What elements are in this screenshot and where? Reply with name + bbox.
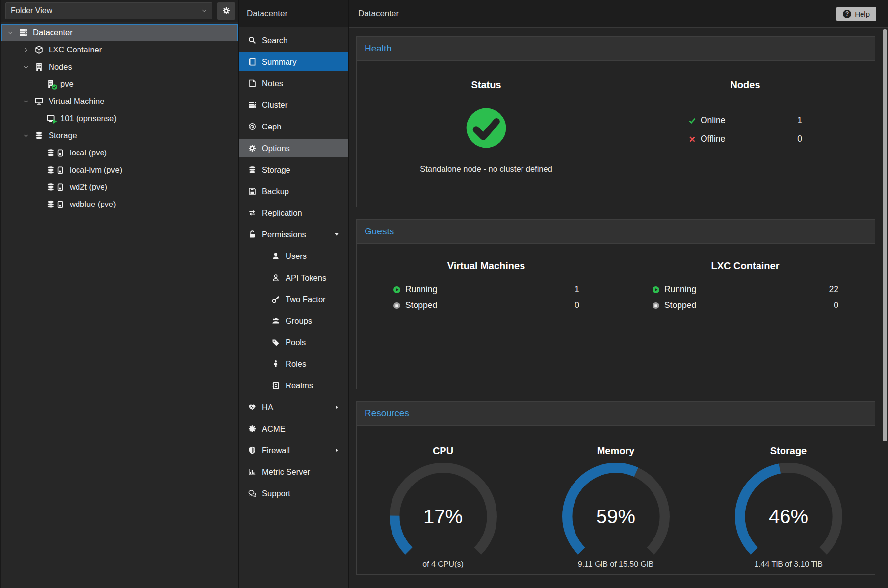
resources-panel-body: CPU 17% of 4 CPU(s) Memory [357,426,875,574]
user-icon [270,252,281,260]
lxc-stopped-value: 0 [834,300,838,310]
resources-panel-title: Resources [357,402,875,426]
stop-circle-icon [652,302,660,309]
nodes-online-row: Online 1 [688,115,802,126]
nodes-column: Nodes Online 1 Offline 0 [616,79,875,207]
menu-item-label: API Tokens [286,273,326,282]
main-content: Datacenter ? Help Health Status Standalo… [349,0,888,588]
caret-down-icon [334,231,340,237]
menu-item-label: Groups [286,316,312,326]
storage-icon [47,149,64,157]
view-mode-select[interactable]: Folder View [5,2,212,19]
offline-value: 0 [797,134,802,144]
chevron-down-icon [201,8,207,14]
menu-panel-title: Datacenter [239,0,348,27]
tree-item-vm-101[interactable]: 101 (opnsense) [1,110,238,127]
chevron-right-icon[interactable] [23,47,31,53]
storage-gauge-value: 46% [726,506,851,528]
menu-item-label: Cluster [262,101,287,110]
chevron-down-icon[interactable] [23,99,31,104]
help-button[interactable]: ? Help [836,7,876,21]
tree-settings-button[interactable] [217,2,235,20]
unlock-icon [247,230,257,238]
play-circle-icon [393,286,401,294]
resource-tree-panel: Folder View Datacenter LXC Container [0,0,239,588]
menu-item-backup[interactable]: Backup [239,182,348,201]
vertical-scrollbar[interactable] [883,29,887,586]
database-icon [47,166,55,174]
menu-item-ha[interactable]: HA [239,398,348,416]
stop-circle-icon [393,302,401,309]
menu-item-label: Realms [286,381,313,390]
menu-item-api-tokens[interactable]: API Tokens [239,268,348,287]
menu-item-metric-server[interactable]: Metric Server [239,462,348,481]
cpu-gauge-sublabel: of 4 CPU(s) [422,560,464,569]
tree-item-nodes[interactable]: Nodes [1,58,238,76]
menu-item-pools[interactable]: Pools [239,333,348,352]
memory-gauge: 59% [553,463,679,557]
cpu-gauge: 17% [381,463,506,557]
chevron-down-icon[interactable] [7,30,15,36]
menu-item-options[interactable]: Options [239,139,348,157]
user-outline-icon [270,274,281,281]
menu-item-acme[interactable]: ACME [239,419,348,438]
exchange-arrows-icon [247,209,257,217]
tree-toolbar: Folder View [1,0,238,22]
book-icon [247,58,257,66]
scrollbar-thumb[interactable] [883,29,887,441]
menu-item-summary[interactable]: Summary [239,52,348,71]
menu-item-ceph[interactable]: Ceph [239,117,348,136]
vm-stopped-row: Stopped 0 [393,300,579,310]
bar-chart-icon [247,468,257,476]
caret-right-icon [334,404,340,410]
note-icon [247,79,257,87]
menu-item-support[interactable]: Support [239,484,348,503]
tree-item-storage-wd2t[interactable]: wd2t (pve) [1,179,238,196]
menu-item-search[interactable]: Search [239,31,348,50]
tree-item-virtual-machine[interactable]: Virtual Machine [1,93,238,110]
menu-item-permissions[interactable]: Permissions [239,225,348,244]
menu-item-label: Options [262,144,290,153]
menu-item-roles[interactable]: Roles [239,355,348,373]
desktop-icon [35,97,43,105]
drive-icon [56,201,64,208]
database-icon [47,200,55,208]
status-message: Standalone node - no cluster defined [420,164,552,174]
tree-item-storage-local-lvm[interactable]: local-lvm (pve) [1,161,238,179]
health-panel-body: Status Standalone node - no cluster defi… [357,61,875,207]
tree-item-lxc-container[interactable]: LXC Container [1,41,238,58]
server-icon [247,101,257,109]
running-label: Running [405,284,437,295]
server-icon [19,28,27,37]
status-column-title: Status [471,79,501,91]
tree-item-pve[interactable]: pve [1,76,238,93]
building-icon [35,63,43,71]
menu-item-realms[interactable]: Realms [239,376,348,395]
menu-item-replication[interactable]: Replication [239,204,348,222]
menu-item-label: Roles [286,359,306,369]
menu-item-groups[interactable]: Groups [239,311,348,330]
menu-item-label: Backup [262,187,289,196]
memory-gauge-title: Memory [597,445,635,457]
menu-item-label: Storage [262,165,290,175]
menu-item-firewall[interactable]: Firewall [239,441,348,460]
menu-item-label: Notes [262,79,283,88]
storage-icon [47,183,64,191]
menu-item-notes[interactable]: Notes [239,74,348,93]
menu-item-storage[interactable]: Storage [239,160,348,179]
menu-item-label: Ceph [262,122,281,131]
cross-icon [688,135,696,143]
view-mode-label: Folder View [11,6,52,15]
menu-item-two-factor[interactable]: Two Factor [239,290,348,308]
tree-item-datacenter[interactable]: Datacenter [1,24,238,41]
tree-item-storage-wdblue[interactable]: wdblue (pve) [1,196,238,213]
cube-icon [35,46,43,54]
tree-item-storage-local[interactable]: local (pve) [1,144,238,161]
chevron-down-icon[interactable] [23,133,31,139]
menu-item-cluster[interactable]: Cluster [239,96,348,114]
storage-gauge-sublabel: 1.44 TiB of 3.10 TiB [754,560,823,569]
memory-gauge-sublabel: 9.11 GiB of 15.50 GiB [578,560,653,569]
chevron-down-icon[interactable] [23,64,31,70]
tree-item-storage[interactable]: Storage [1,127,238,144]
menu-item-users[interactable]: Users [239,247,348,265]
